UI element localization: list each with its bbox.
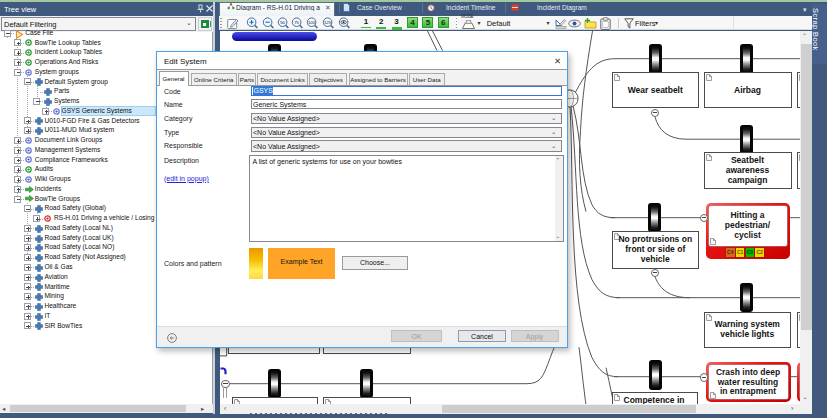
svg-text:75: 75 [294, 20, 299, 25]
svg-text:50: 50 [280, 20, 285, 25]
svg-text:100: 100 [308, 20, 316, 25]
svg-text:125: 125 [324, 20, 332, 25]
